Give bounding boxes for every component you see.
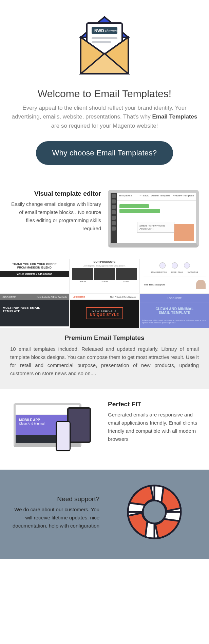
laptop-mockup: Template 8 ← Back Delete Template Previe…	[108, 190, 199, 248]
mock-back: ← Back	[139, 194, 149, 197]
feature1-text: Visual template editor Easily change ema…	[10, 190, 101, 233]
premium-body: 10 email templates included. Released an…	[0, 345, 209, 378]
feature2-title: Perfect FIT	[108, 401, 199, 408]
hero-lead-bold: Email Templates	[152, 113, 197, 120]
svg-text:themes: themes	[105, 28, 117, 33]
template-thumb-4: LOGO HERENew Arrivals Offers Contacts MU…	[0, 294, 69, 328]
mock-note: ((trans "A Few Words About Us"))	[137, 222, 174, 233]
mock-del: Delete Template	[151, 194, 171, 197]
svg-rect-6	[92, 41, 111, 43]
feature2-image: MOBILE APP Clean And Minimal	[10, 401, 101, 458]
hero-lead-part2: are so required for your Magento website…	[51, 123, 158, 129]
mock-title: Template 8	[119, 194, 132, 199]
feature1-image: Template 8 ← Back Delete Template Previe…	[108, 190, 199, 248]
feature2-body: Generated emails are responsive and emai…	[108, 411, 199, 443]
hero-lead: Every appeal to the client should reflec…	[10, 104, 199, 130]
devices-mockup: MOBILE APP Clean And Minimal	[10, 401, 101, 458]
hero-section: NWD themes Welcome to Email Templates! E…	[0, 0, 209, 178]
template-thumb-1: THANK YOU FOR YOUR ORDER FROM MADISON IS…	[0, 259, 69, 293]
support-section: Need support? We do care about our custo…	[0, 470, 209, 559]
template-thumb-6: LOGO HERE CLEAN AND MINIMALEMAIL TEMPLAT…	[140, 294, 209, 328]
feature-perfect-fit: MOBILE APP Clean And Minimal Perfect FIT…	[0, 389, 209, 470]
premium-title: Premium Email Templates	[0, 334, 209, 342]
cta-button[interactable]: Why choose Email Templates?	[36, 141, 173, 165]
template-thumb-3: EMAIL MARKETINGFRESH IDEASSAVING TIME Th…	[140, 259, 209, 293]
premium-section: THANK YOU FOR YOUR ORDER FROM MADISON IS…	[0, 259, 209, 389]
feature2-text: Perfect FIT Generated emails are respons…	[108, 401, 199, 443]
svg-rect-5	[92, 37, 117, 39]
support-title: Need support?	[10, 495, 99, 503]
template-thumb-5: LOGO HERENew Arrivals Offers Contacts NE…	[70, 294, 139, 328]
mock-prev: Preview Template	[173, 194, 194, 197]
hero-title: Welcome to Email Templates!	[10, 88, 199, 100]
envelope-illustration: NWD themes	[10, 10, 199, 83]
feature-visual-editor: Visual template editor Easily change ema…	[0, 178, 209, 259]
templates-grid: THANK YOU FOR YOUR ORDER FROM MADISON IS…	[0, 259, 209, 334]
feature1-body: Easily change email designs with library…	[10, 200, 101, 233]
support-body: We do care about our customers. You will…	[10, 506, 99, 530]
feature1-title: Visual template editor	[10, 190, 101, 197]
lifebuoy-icon	[110, 483, 199, 542]
support-text: Need support? We do care about our custo…	[10, 495, 99, 530]
template-thumb-2: OUR PRODUCTS Lorem beginning initially a…	[70, 259, 139, 293]
svg-text:NWD: NWD	[94, 28, 104, 33]
